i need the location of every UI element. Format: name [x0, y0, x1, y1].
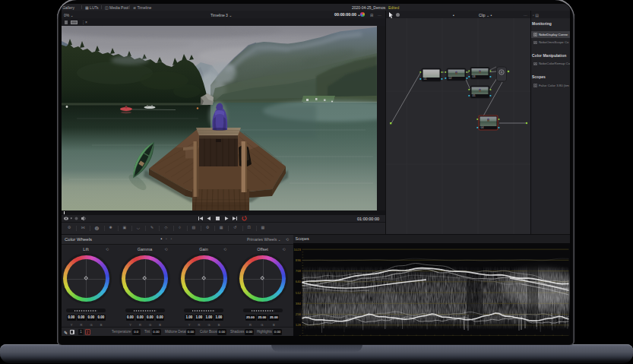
svg-text:0: 0 — [299, 334, 301, 336]
svg-text:1023: 1023 — [293, 248, 301, 252]
svg-text:04: 04 — [481, 126, 484, 129]
svg-text:03: 03 — [473, 75, 476, 78]
svg-text:512: 512 — [295, 291, 301, 295]
svg-text:384: 384 — [295, 302, 301, 305]
svg-text:896: 896 — [295, 258, 301, 262]
svg-text:02: 02 — [449, 77, 452, 80]
svg-text:128: 128 — [295, 323, 301, 327]
svg-text:01:00:00:00: 01:00:00:00 — [357, 217, 379, 221]
svg-text:640: 640 — [295, 280, 301, 283]
svg-text:768: 768 — [295, 269, 301, 273]
svg-text:05: 05 — [473, 94, 476, 97]
svg-text:01: 01 — [424, 78, 427, 81]
